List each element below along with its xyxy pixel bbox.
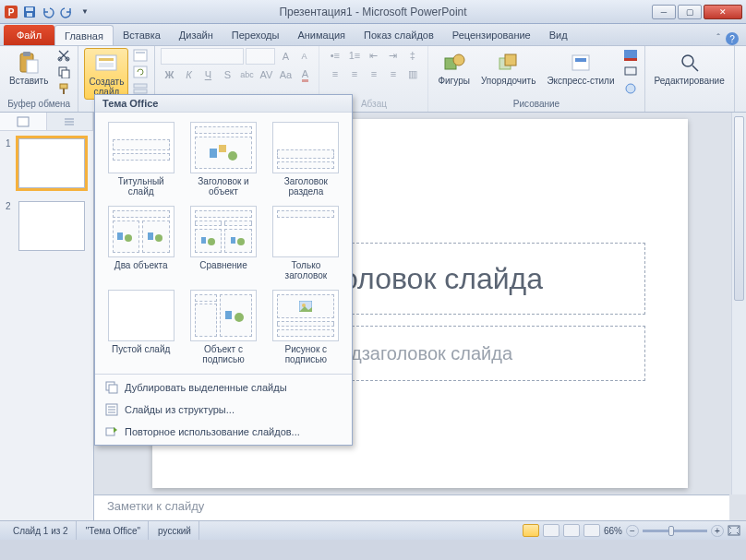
group-drawing-label: Рисование <box>434 98 638 110</box>
layout-blank[interactable]: Пустой слайд <box>101 286 181 368</box>
shapes-label: Фигуры <box>438 77 469 87</box>
font-color-icon[interactable]: A <box>296 67 313 82</box>
layout-two-content[interactable]: Два объекта <box>101 202 181 284</box>
shape-outline-icon[interactable] <box>622 65 639 79</box>
save-icon[interactable] <box>22 5 37 19</box>
tab-insert[interactable]: Вставка <box>114 25 170 45</box>
view-normal-button[interactable] <box>523 524 539 537</box>
shapes-button[interactable]: Фигуры <box>434 48 473 89</box>
scrollbar-thumb[interactable] <box>734 116 744 301</box>
layout-section-header[interactable]: Заголовок раздела <box>266 118 346 200</box>
svg-point-46 <box>235 313 244 322</box>
quickstyles-label: Экспресс-стили <box>547 77 614 87</box>
slide-thumb-1[interactable]: 1 <box>6 138 88 188</box>
undo-icon[interactable] <box>41 5 55 19</box>
tab-animation[interactable]: Анимация <box>288 25 355 45</box>
editing-button[interactable]: Редактирование <box>651 48 728 89</box>
redo-icon[interactable] <box>59 5 74 19</box>
status-lang[interactable]: русский <box>150 521 199 540</box>
notes-pane[interactable]: Заметки к слайду <box>94 494 729 520</box>
strike-icon[interactable]: S <box>219 67 235 82</box>
align-center-icon[interactable]: ≡ <box>346 66 363 81</box>
duplicate-slides-item[interactable]: Дублировать выделенные слайды <box>95 376 352 399</box>
align-right-icon[interactable]: ≡ <box>366 66 382 81</box>
align-left-icon[interactable]: ≡ <box>327 66 343 81</box>
numbering-icon[interactable]: 1≡ <box>346 48 363 63</box>
group-editing: Редактирование <box>645 46 735 112</box>
tab-home[interactable]: Главная <box>54 25 114 45</box>
svg-text:P: P <box>8 7 15 18</box>
slides-from-outline-item[interactable]: Слайды из структуры... <box>95 399 352 421</box>
bullets-icon[interactable]: •≡ <box>327 48 343 63</box>
view-sorter-button[interactable] <box>543 524 560 537</box>
format-painter-icon[interactable] <box>55 81 72 96</box>
cut-icon[interactable] <box>55 48 72 63</box>
grow-font-icon[interactable]: A <box>277 49 294 64</box>
indent-dec-icon[interactable]: ⇤ <box>366 48 382 63</box>
window-title: Презентация1 - Microsoft PowerPoint <box>279 6 466 18</box>
arrange-button[interactable]: Упорядочить <box>477 48 540 89</box>
shrink-font-icon[interactable]: A <box>295 49 312 64</box>
tab-design[interactable]: Дизайн <box>170 25 223 45</box>
svg-rect-4 <box>27 13 32 17</box>
layout-icon[interactable] <box>132 48 149 63</box>
svg-point-36 <box>228 151 237 161</box>
zoom-in-button[interactable]: + <box>711 525 724 537</box>
vertical-scrollbar[interactable] <box>731 113 746 494</box>
svg-rect-12 <box>60 84 67 89</box>
columns-icon[interactable]: ▥ <box>404 66 421 81</box>
panel-tab-outline[interactable] <box>47 113 94 130</box>
bold-icon[interactable]: Ж <box>161 67 177 82</box>
layout-content-caption[interactable]: Объект с подписью <box>183 286 263 368</box>
help-icon[interactable]: ? <box>726 32 739 45</box>
quickstyles-button[interactable]: Экспресс-стили <box>543 48 618 89</box>
shape-effects-icon[interactable] <box>622 81 639 96</box>
svg-rect-43 <box>231 237 235 244</box>
tab-slideshow[interactable]: Показ слайдов <box>355 25 443 45</box>
reset-icon[interactable] <box>132 65 149 79</box>
italic-icon[interactable]: К <box>180 67 197 82</box>
line-spacing-icon[interactable]: ‡ <box>404 48 421 63</box>
minimize-button[interactable]: ─ <box>652 5 676 19</box>
shape-fill-icon[interactable] <box>622 48 639 63</box>
layout-title-only[interactable]: Только заголовок <box>266 202 346 284</box>
paste-button[interactable]: Вставить <box>6 48 52 89</box>
quick-access-toolbar: P ▼ <box>4 5 92 19</box>
editing-label: Редактирование <box>655 77 725 87</box>
svg-rect-39 <box>148 232 153 240</box>
zoom-out-button[interactable]: − <box>626 525 639 537</box>
layout-title-content[interactable]: Заголовок и объект <box>183 118 263 200</box>
new-slide-button[interactable]: Создать слайд <box>84 48 128 100</box>
panel-tab-slides[interactable] <box>0 113 47 130</box>
layout-comparison[interactable]: Сравнение <box>183 202 263 284</box>
close-button[interactable]: ✕ <box>704 5 742 19</box>
tab-file[interactable]: Файл <box>4 25 54 45</box>
font-family-combo[interactable] <box>161 48 244 65</box>
fit-window-button[interactable] <box>728 525 740 536</box>
zoom-slider-thumb[interactable] <box>668 526 674 536</box>
case-icon[interactable]: Aa <box>277 67 294 82</box>
layout-picture-caption[interactable]: Рисунок с подписью <box>266 286 346 368</box>
qat-dropdown-icon[interactable]: ▼ <box>78 5 92 19</box>
svg-rect-37 <box>117 232 123 240</box>
shadow-icon[interactable]: abc <box>238 67 255 82</box>
indent-inc-icon[interactable]: ⇥ <box>385 48 402 63</box>
layout-title-slide[interactable]: Титульный слайд <box>101 118 181 200</box>
zoom-slider[interactable] <box>643 530 707 532</box>
maximize-button[interactable]: ▢ <box>678 5 702 19</box>
tab-review[interactable]: Рецензирование <box>443 25 540 45</box>
justify-icon[interactable]: ≡ <box>385 66 402 81</box>
minimize-ribbon-icon[interactable]: ˆ <box>716 32 720 45</box>
view-reading-button[interactable] <box>563 524 580 537</box>
tab-transitions[interactable]: Переходы <box>223 25 289 45</box>
spacing-icon[interactable]: AV <box>258 67 274 82</box>
underline-icon[interactable]: Ч <box>199 67 216 82</box>
copy-icon[interactable] <box>55 65 72 79</box>
status-theme: "Тема Office" <box>78 521 149 540</box>
tab-view[interactable]: Вид <box>540 25 577 45</box>
font-size-combo[interactable] <box>246 48 275 65</box>
gallery-header: Тема Office <box>95 95 352 113</box>
view-slideshow-button[interactable] <box>584 524 600 537</box>
reuse-slides-item[interactable]: Повторное использование слайдов... <box>95 421 352 443</box>
slide-thumb-2[interactable]: 2 <box>6 201 88 251</box>
